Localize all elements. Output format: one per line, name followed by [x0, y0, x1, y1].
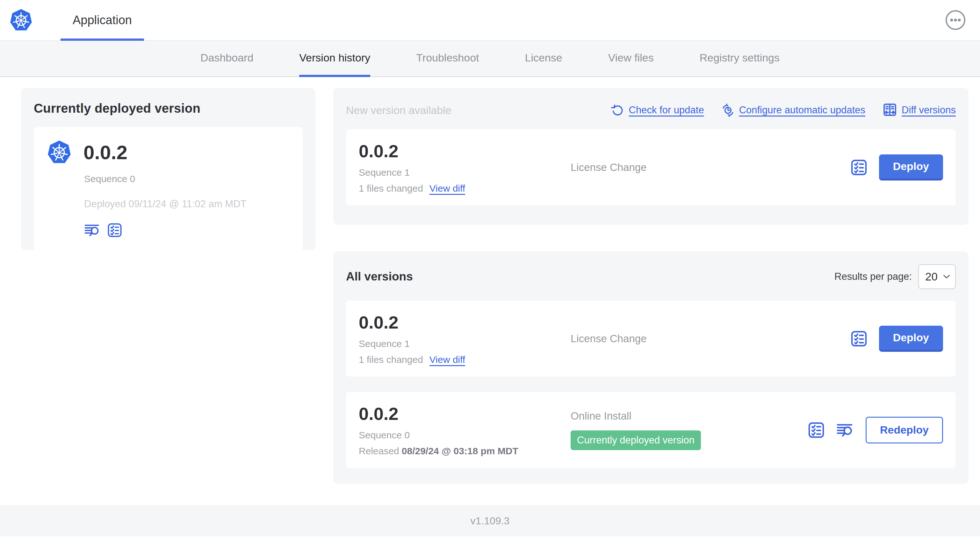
app-header: Application: [0, 0, 980, 41]
deployed-version-number: 0.0.2: [83, 141, 127, 163]
view-diff-link[interactable]: View diff: [430, 354, 465, 365]
configure-automatic-updates-link[interactable]: Configure automatic updates: [721, 103, 865, 117]
chevron-down-icon: [943, 275, 950, 279]
schedule-icon: [721, 103, 735, 117]
version-sequence: Sequence 1: [359, 167, 571, 178]
checklist-icon[interactable]: [850, 159, 867, 176]
currently-deployed-card: Currently deployed version: [21, 88, 315, 250]
currently-deployed-title: Currently deployed version: [34, 101, 303, 116]
main-content: Currently deployed version: [0, 77, 980, 484]
version-row: 0.0.2 Sequence 1 1 files changed View di…: [346, 300, 956, 376]
refresh-icon: [611, 103, 624, 117]
view-diff-link[interactable]: View diff: [430, 183, 465, 194]
version-source-label: License Change: [571, 333, 850, 345]
check-for-update-link[interactable]: Check for update: [611, 103, 704, 117]
checklist-icon[interactable]: [107, 222, 123, 238]
kubernetes-app-icon: [47, 140, 72, 165]
diff-icon: [883, 103, 897, 117]
released-timestamp: 08/29/24 @ 03:18 pm MDT: [402, 446, 519, 456]
files-changed-label: 1 files changed: [359, 183, 423, 194]
currently-deployed-badge: Currently deployed version: [571, 430, 701, 450]
version-number: 0.0.2: [359, 141, 571, 161]
deployed-sequence: Sequence 0: [84, 173, 289, 184]
kubernetes-logo-icon: [10, 8, 32, 32]
new-version-title: New version available: [346, 104, 452, 116]
version-source-label: Online Install: [571, 410, 808, 422]
version-row: 0.0.2 Sequence 0 Released08/29/24 @ 03:1…: [346, 392, 956, 468]
app-subnav: Dashboard Version history Troubleshoot L…: [0, 41, 980, 77]
all-versions-title: All versions: [346, 270, 413, 283]
tab-dashboard[interactable]: Dashboard: [200, 41, 253, 77]
logs-icon[interactable]: [84, 223, 101, 237]
checklist-icon[interactable]: [850, 330, 867, 347]
diff-versions-link[interactable]: Diff versions: [883, 103, 956, 117]
left-column: Currently deployed version: [21, 88, 315, 250]
tab-troubleshoot[interactable]: Troubleshoot: [416, 41, 479, 77]
results-per-page-label: Results per page:: [834, 271, 912, 282]
tab-registry-settings[interactable]: Registry settings: [700, 41, 780, 77]
version-sequence: Sequence 0: [359, 430, 571, 441]
version-sequence: Sequence 1: [359, 338, 571, 349]
more-options-button[interactable]: [945, 10, 966, 30]
version-source-label: License Change: [571, 161, 850, 173]
tab-view-files[interactable]: View files: [608, 41, 654, 77]
released-label: Released: [359, 446, 399, 456]
tab-version-history[interactable]: Version history: [299, 41, 370, 77]
new-version-row: 0.0.2 Sequence 1 1 files changed View di…: [346, 129, 956, 205]
files-changed-label: 1 files changed: [359, 354, 423, 365]
currently-deployed-version-card: 0.0.2 Sequence 0 Deployed 09/11/24 @ 11:…: [34, 127, 303, 252]
app-title: Application: [73, 13, 132, 27]
checklist-icon[interactable]: [808, 422, 825, 439]
redeploy-button[interactable]: Redeploy: [865, 417, 943, 443]
right-column: New version available Check for update: [333, 88, 969, 484]
console-version: v1.109.3: [471, 515, 510, 527]
ellipsis-icon: [945, 10, 966, 30]
new-version-card: New version available Check for update: [333, 88, 969, 225]
deploy-button[interactable]: Deploy: [879, 154, 943, 181]
tab-license[interactable]: License: [525, 41, 562, 77]
app-title-tab[interactable]: Application: [60, 0, 144, 40]
app-footer: v1.109.3: [0, 505, 980, 536]
deploy-button[interactable]: Deploy: [879, 326, 943, 352]
results-per-page-select[interactable]: 20: [918, 264, 956, 289]
logs-icon[interactable]: [836, 423, 854, 437]
all-versions-card: All versions Results per page: 20: [333, 251, 969, 484]
version-number: 0.0.2: [359, 403, 571, 424]
deployed-timestamp: Deployed 09/11/24 @ 11:02 am MDT: [84, 198, 289, 210]
version-number: 0.0.2: [359, 312, 571, 333]
